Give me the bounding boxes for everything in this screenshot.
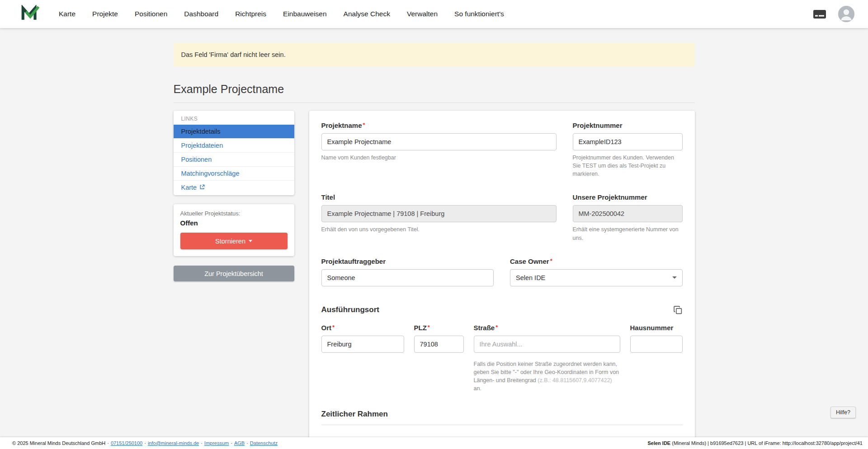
unsere-projektnummer-hint: Erhält eine systemgenerierte Nummer von … (573, 225, 683, 242)
nav-item-dashboard[interactable]: Dashboard (184, 10, 218, 18)
footer-session-info: (Mineral Minds) | b91695ed7623 | URL of … (670, 440, 863, 446)
user-avatar[interactable] (838, 6, 854, 22)
case-owner-field: Case Owner* Selen IDE (510, 257, 683, 286)
unsere-projektnummer-field: Unsere Projektnummer Erhält eine systemg… (573, 193, 683, 242)
projektnummer-hint: Projektnummer des Kunden. Verwenden Sie … (573, 154, 683, 178)
alert-message: Das Feld 'Firma' darf nicht leer sein. (181, 51, 286, 58)
footer-left: © 2025 Mineral Minds Deutschland GmbH · … (12, 440, 278, 446)
footer-separator: · (231, 440, 232, 446)
status-value: Offen (180, 219, 288, 227)
plz-input[interactable] (414, 336, 464, 353)
sidebar-item-karte[interactable]: Karte (174, 180, 294, 194)
sidebar-item-projektdateien[interactable]: Projektdateien (174, 138, 294, 152)
sidebar-item-label: Matchingvorschläge (181, 170, 240, 177)
project-overview-button[interactable]: Zur Projektübersicht (174, 266, 294, 281)
projektname-label: Projektname* (321, 122, 557, 129)
titel-label: Titel (321, 193, 557, 201)
footer-separator: · (201, 440, 203, 446)
nav-item-projekte[interactable]: Projekte (92, 10, 118, 18)
footer-right: Selen IDE (Mineral Minds) | b91695ed7623… (647, 440, 863, 446)
hausnummer-label: Hausnummer (630, 324, 683, 332)
sidebar-item-label: Projektdateien (181, 142, 223, 149)
cancel-project-button[interactable]: Stornieren (180, 233, 288, 249)
navbar-right (813, 6, 854, 22)
subtitles-icon[interactable] (813, 9, 826, 19)
nav-item-positionen[interactable]: Positionen (135, 10, 167, 18)
top-navbar: Karte Projekte Positionen Dashboard Rich… (0, 0, 868, 28)
alert-banner: Das Feld 'Firma' darf nicht leer sein. (174, 43, 695, 66)
required-marker: * (363, 122, 365, 128)
strasse-input[interactable] (474, 336, 620, 353)
title-divider (174, 103, 695, 103)
chevron-down-icon (249, 240, 252, 242)
external-link-icon (199, 184, 205, 191)
case-owner-label: Case Owner* (510, 257, 683, 265)
links-card: LINKS Projektdetails Projektdateien Posi… (174, 111, 294, 195)
sidebar-item-label: Positionen (181, 156, 212, 163)
footer-user: Selen IDE (647, 440, 670, 446)
help-button[interactable]: Hilfe? (830, 407, 856, 418)
titel-field: Titel Erhält den von uns vorgegebenen Ti… (321, 193, 557, 242)
projektauftraggeber-field: Projektauftraggeber (321, 257, 494, 286)
brand-logo[interactable] (21, 5, 40, 23)
zeitlicher-rahmen-title: Zeitlicher Rahmen (321, 410, 388, 419)
nav-item-karte[interactable]: Karte (59, 10, 75, 18)
required-marker: * (550, 257, 552, 264)
main-area: Das Feld 'Firma' darf nicht leer sein. E… (0, 28, 868, 437)
section-divider (321, 425, 683, 425)
required-marker: * (332, 324, 335, 331)
case-owner-value: Selen IDE (516, 274, 545, 281)
mineral-minds-logo-icon (21, 5, 40, 23)
nav-item-so-funktionierts[interactable]: So funktioniert's (454, 10, 504, 18)
footer-link-phone[interactable]: 07151/250100 (111, 440, 142, 446)
plz-label: PLZ* (414, 324, 464, 332)
strasse-hint: Falls die Position keiner Straße zugeord… (474, 360, 620, 393)
projektnummer-label: Projektnummer (573, 122, 683, 129)
nav-item-einbauweisen[interactable]: Einbauweisen (283, 10, 327, 18)
project-details-form: Projektname* Name vom Kunden festlegbar … (309, 111, 695, 437)
unsere-projektnummer-input (573, 205, 683, 222)
copyright-text: © 2025 Mineral Minds Deutschland GmbH (12, 440, 105, 446)
ort-label: Ort* (321, 324, 404, 332)
strasse-field: Straße* (474, 324, 620, 353)
footer-link-email[interactable]: info@mineral-minds.de (148, 440, 199, 446)
cancel-button-label: Stornieren (215, 238, 245, 245)
ort-field: Ort* (321, 324, 404, 353)
sidebar-item-positionen[interactable]: Positionen (174, 152, 294, 166)
nav-item-analyse-check[interactable]: Analyse Check (344, 10, 390, 18)
footer-link-impressum[interactable]: Impressum (204, 440, 229, 446)
main-nav: Karte Projekte Positionen Dashboard Rich… (59, 10, 504, 18)
sidebar-item-label: Karte (181, 184, 197, 191)
projektnummer-input[interactable] (573, 133, 683, 150)
strasse-label: Straße* (474, 324, 620, 332)
projektauftraggeber-input[interactable] (321, 269, 494, 286)
footer-separator: · (107, 440, 109, 446)
nav-item-verwalten[interactable]: Verwalten (407, 10, 438, 18)
unsere-projektnummer-label: Unsere Projektnummer (573, 193, 683, 201)
nav-item-richtpreis[interactable]: Richtpreis (235, 10, 266, 18)
sidebar-item-matchingvorschlaege[interactable]: Matchingvorschläge (174, 166, 294, 180)
required-marker: * (428, 324, 430, 331)
footer-link-agb[interactable]: AGB (234, 440, 245, 446)
hausnummer-input[interactable] (630, 336, 683, 353)
sidebar-item-label: Projektdetails (181, 128, 221, 135)
links-header: LINKS (174, 111, 294, 125)
footer-separator: · (246, 440, 248, 446)
sidebar-item-projektdetails[interactable]: Projektdetails (174, 125, 294, 138)
titel-input (321, 205, 557, 222)
projektauftraggeber-label: Projektauftraggeber (321, 257, 494, 265)
projektname-input[interactable] (321, 133, 557, 150)
required-marker: * (495, 324, 498, 331)
sidebar: LINKS Projektdetails Projektdateien Posi… (174, 111, 294, 281)
projektname-hint: Name vom Kunden festlegbar (321, 154, 557, 162)
status-card: Aktueller Projektstatus: Offen Storniere… (174, 204, 294, 256)
footer: © 2025 Mineral Minds Deutschland GmbH · … (0, 437, 868, 449)
ort-input[interactable] (321, 336, 404, 353)
plz-field: PLZ* (414, 324, 464, 353)
copy-icon[interactable] (673, 305, 683, 315)
footer-link-datenschutz[interactable]: Datenschutz (250, 440, 278, 446)
chevron-down-icon (672, 276, 677, 279)
ausfuehrungsort-title: Ausführungsort (321, 305, 379, 314)
hausnummer-field: Hausnummer (630, 324, 683, 353)
case-owner-select[interactable]: Selen IDE (510, 269, 683, 286)
